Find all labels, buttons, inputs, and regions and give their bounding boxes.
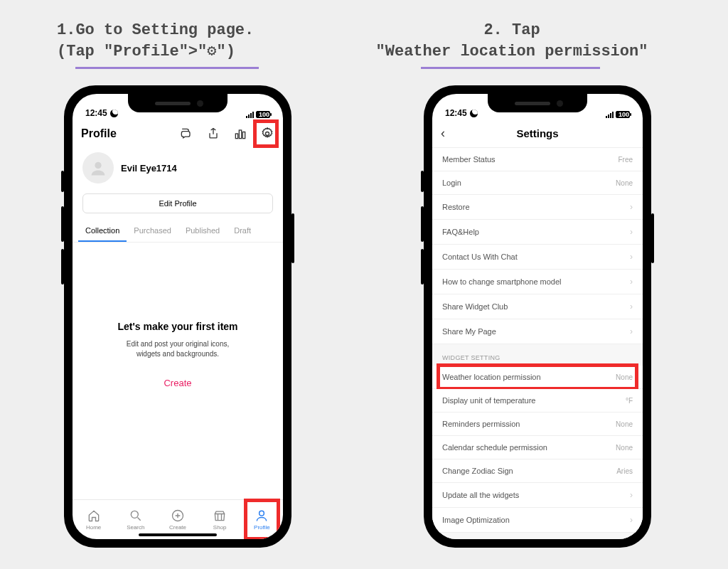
- side-button: [421, 206, 424, 242]
- row-zodiac[interactable]: Change Zodiac SignAries: [432, 459, 643, 483]
- svg-rect-1: [239, 130, 241, 139]
- underline-1: [75, 67, 259, 69]
- dnd-moon-icon: [470, 110, 478, 117]
- row-faq[interactable]: FAQ&Help›: [432, 220, 643, 245]
- share-icon[interactable]: [206, 127, 220, 141]
- settings-header: ‹ Settings: [432, 119, 643, 148]
- status-time: 12:45: [445, 108, 467, 118]
- tab-profile[interactable]: Profile: [241, 500, 283, 539]
- signal-icon: [606, 112, 614, 118]
- chevron-right-icon: ›: [630, 252, 633, 262]
- step1-line2: (Tap "Profile">"⚙"): [57, 41, 254, 63]
- empty-subtitle: Edit and post your original icons, widge…: [73, 339, 283, 359]
- row-weather-permission[interactable]: Weather location permissionNone: [432, 366, 643, 389]
- chevron-right-icon: ›: [630, 277, 633, 287]
- row-update-widgets[interactable]: Update all the widgets›: [432, 483, 643, 508]
- battery-icon: 100: [256, 111, 270, 118]
- row-change-model[interactable]: How to change smartphone model›: [432, 270, 643, 294]
- username: Evil Eye1714: [121, 163, 177, 174]
- chevron-right-icon: ›: [630, 302, 633, 312]
- row-member-status[interactable]: Member StatusFree: [432, 148, 643, 171]
- status-time: 12:45: [85, 108, 107, 118]
- side-button: [421, 249, 424, 284]
- empty-title: Let's make your first item: [73, 321, 283, 332]
- avatar[interactable]: [82, 152, 114, 184]
- side-button: [61, 249, 64, 284]
- tab-home[interactable]: Home: [73, 500, 114, 539]
- row-login[interactable]: LoginNone: [432, 171, 643, 195]
- underline-2: [421, 67, 600, 69]
- dnd-moon-icon: [110, 110, 118, 117]
- row-calendar-permission[interactable]: Calendar schedule permissionNone: [432, 436, 643, 459]
- svg-rect-0: [235, 134, 237, 139]
- create-link[interactable]: Create: [73, 378, 283, 388]
- instruction-step-2: 2. Tap "Weather location permission": [341, 20, 682, 62]
- chevron-right-icon: ›: [630, 227, 633, 237]
- row-contact[interactable]: Contact Us With Chat›: [432, 245, 643, 270]
- side-button: [61, 206, 64, 242]
- chevron-right-icon: ›: [630, 202, 633, 212]
- tab-draft[interactable]: Draft: [227, 219, 258, 242]
- highlight-box: [437, 363, 638, 390]
- side-button: [61, 171, 64, 192]
- side-button: [421, 171, 424, 192]
- tab-collection[interactable]: Collection: [78, 219, 127, 242]
- home-indicator: [139, 533, 217, 536]
- phone-notch: [128, 94, 228, 112]
- chevron-right-icon: ›: [630, 515, 633, 525]
- chevron-right-icon: ›: [630, 490, 633, 500]
- side-button: [291, 213, 294, 263]
- instruction-step-1: 1.Go to Setting page. (Tap "Profile">"⚙"…: [57, 20, 254, 62]
- edit-profile-button[interactable]: Edit Profile: [82, 193, 273, 213]
- settings-gear-icon[interactable]: [260, 127, 274, 141]
- tab-published[interactable]: Published: [178, 219, 227, 242]
- battery-icon: 100: [616, 111, 630, 118]
- row-restore[interactable]: Restore›: [432, 195, 643, 220]
- side-button: [651, 213, 654, 263]
- back-chevron-icon[interactable]: ‹: [441, 126, 445, 141]
- row-reminders-permission[interactable]: Reminders permissionNone: [432, 413, 643, 436]
- profile-tabs: Collection Purchased Published Draft: [73, 219, 283, 243]
- row-share-page[interactable]: Share My Page›: [432, 319, 643, 344]
- svg-point-4: [95, 162, 101, 169]
- step2-line1: 2. Tap: [341, 20, 682, 41]
- phone-settings: 12:45 100 ‹ Settings Member StatusFree L…: [424, 85, 651, 548]
- phone-notch: [488, 94, 587, 112]
- chevron-right-icon: ›: [630, 326, 633, 336]
- svg-point-5: [131, 511, 138, 518]
- section-widget-setting: WIDGET SETTING: [432, 344, 643, 366]
- empty-state: Let's make your first item Edit and post…: [73, 243, 283, 499]
- page-title: Settings: [516, 127, 558, 139]
- row-image-opt[interactable]: Image Optimization›: [432, 508, 643, 533]
- step2-line2: "Weather location permission": [341, 41, 682, 63]
- user-row: Evil Eye1714: [73, 148, 283, 188]
- highlight-box: [244, 499, 280, 539]
- highlight-box: [253, 119, 279, 148]
- svg-rect-2: [242, 132, 245, 139]
- settings-list[interactable]: Member StatusFree LoginNone Restore› FAQ…: [432, 148, 643, 539]
- signal-icon: [246, 112, 254, 118]
- row-share-club[interactable]: Share Widget Club›: [432, 294, 643, 319]
- tab-purchased[interactable]: Purchased: [127, 219, 178, 242]
- phone-profile: 12:45 100 Profile Evil Eye1714 Edit Prof…: [64, 85, 291, 548]
- profile-header: Profile: [73, 119, 283, 148]
- stats-icon[interactable]: [233, 127, 247, 141]
- step1-line1: 1.Go to Setting page.: [57, 20, 254, 41]
- chat-icon[interactable]: [179, 127, 193, 141]
- page-title: Profile: [81, 127, 166, 140]
- row-temp-unit[interactable]: Display unit of temperature°F: [432, 389, 643, 413]
